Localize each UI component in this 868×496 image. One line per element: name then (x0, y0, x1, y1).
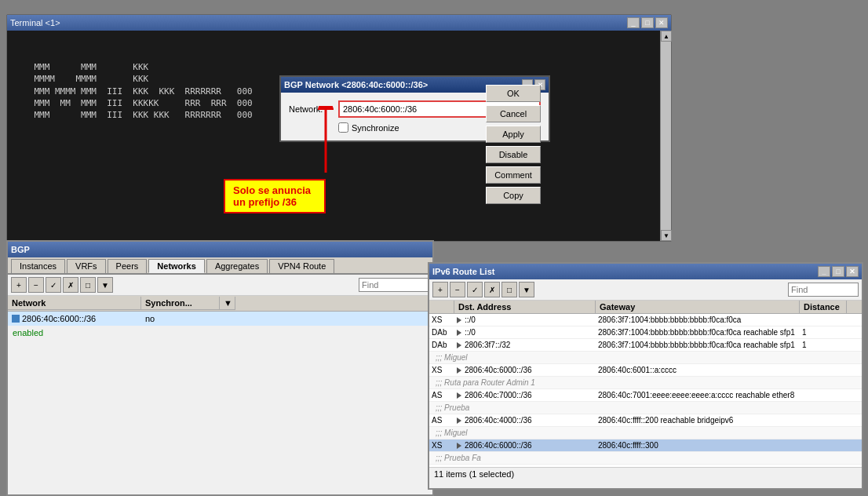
comment-button[interactable]: Comment (486, 166, 541, 184)
remove-btn[interactable]: − (28, 277, 44, 293)
tab-peers[interactable]: Peers (108, 259, 148, 273)
ipv6-controls: _ □ ✕ (818, 266, 859, 277)
ipv6-dst-cell: 2806:40c:5000::/36 (454, 465, 596, 467)
ipv6-dst-cell: 2806:3f7::/32 (454, 340, 596, 350)
terminal-scrollbar[interactable]: ▲ ▼ (660, 31, 671, 241)
ipv6-table-row[interactable]: XS::/02806:3f7:1004:bbbb:bbbb:bbbb:f0ca:… (429, 314, 862, 326)
bgp-row[interactable]: 2806:40c:6000::/36 no (8, 312, 432, 326)
tab-aggregates[interactable]: Aggregates (206, 259, 268, 273)
ipv6-dist-cell (800, 395, 847, 396)
bgp-toolbar: + − ✓ ✗ □ ▼ (8, 275, 432, 296)
disable-button[interactable]: Disable (486, 146, 541, 163)
expand-icon[interactable] (457, 392, 461, 399)
ipv6-comment-cell: ;;; Prueba (429, 403, 862, 413)
ipv6-remove-btn[interactable]: − (450, 282, 465, 297)
bgp-col-synchro: Synchron... (141, 297, 220, 310)
ipv6-table-row[interactable]: DAb2806:3f7::/322806:3f7:1004:bbbb:bbbb:… (429, 339, 862, 352)
ipv6-comment-cell: ;;; Miguel (429, 352, 862, 363)
ipv6-table-row[interactable]: XS2806:40c:6000::/362806:40c:ffff::300 (429, 439, 862, 452)
expand-icon[interactable] (457, 418, 461, 424)
cross-btn[interactable]: ✗ (63, 277, 78, 293)
ipv6-table-row[interactable]: ;;; Ruta para Router Admin 1 (429, 377, 862, 389)
tab-vpn4route[interactable]: VPN4 Route (269, 259, 334, 273)
ipv6-check-btn[interactable]: ✓ (467, 282, 483, 297)
ipv6-gw-cell: 2806:3f7:1004:bbbb:bbbb:bbbb:f0ca:f0ca (596, 315, 800, 325)
ipv6-dst-cell: ::/0 (454, 315, 596, 325)
ipv6-gw-cell: 2806:40c:ffff::300 (596, 440, 800, 450)
ipv6-maximize-btn[interactable]: □ (832, 266, 844, 277)
ipv6-dst-cell: 2806:40c:7000::/36 (454, 390, 596, 400)
tab-vrfs[interactable]: VRFs (67, 259, 106, 273)
ipv6-gw-cell: 2806:40c:ffff::500 reachable bridgeipv6 (596, 465, 800, 467)
ipv6-table-body: XS::/02806:3f7:1004:bbbb:bbbb:bbbb:f0ca:… (429, 314, 862, 467)
expand-icon[interactable] (457, 342, 461, 348)
bgp-cell-synchro: no (141, 312, 220, 325)
filter-btn[interactable]: ▼ (97, 277, 113, 293)
synchronize-checkbox[interactable] (338, 122, 348, 133)
network-label: Network: (289, 104, 332, 114)
ipv6-table-row[interactable]: ;;; Miguel (429, 352, 862, 364)
ipv6-hdr-dst: Dst. Address (454, 301, 596, 313)
ipv6-dst-cell: 2806:40c:6000::/36 (454, 365, 596, 375)
ipv6-cross-btn[interactable]: ✗ (484, 282, 500, 297)
bgp-dialog: BGP Network <2806:40c:6000::/36> _ ✕ Net… (279, 75, 550, 142)
ipv6-square-btn[interactable]: □ (501, 282, 517, 297)
terminal-title: Terminal <1> (10, 18, 60, 27)
ipv6-table-row[interactable]: AS2806:40c:7000::/362806:40c:7001:eeee:e… (429, 389, 862, 402)
ipv6-gw-cell: 2806:40c:6001::a:cccc (596, 365, 800, 375)
terminal-close-btn[interactable]: ✕ (655, 17, 668, 28)
ipv6-dst-cell: ::/0 (454, 327, 596, 337)
synchronize-label: Synchronize (352, 123, 399, 133)
ipv6-dst-cell: 2806:40c:6000::/36 (454, 440, 596, 450)
tab-instances[interactable]: Instances (11, 259, 65, 273)
check-btn[interactable]: ✓ (46, 277, 61, 293)
ipv6-flag-cell: AS (429, 465, 454, 467)
ipv6-status: 11 items (1 selected) (429, 467, 862, 480)
ipv6-close-btn[interactable]: ✕ (846, 266, 859, 277)
terminal-minimize-btn[interactable]: _ (627, 17, 640, 28)
terminal-scroll-down[interactable]: ▼ (661, 230, 672, 241)
bgp-table-body: 2806:40c:6000::/36 no (8, 312, 432, 326)
ipv6-gw-cell: 2806:40c:7001:eeee:eeee:eeee:a:cccc reac… (596, 390, 800, 400)
copy-button[interactable]: Copy (486, 187, 541, 204)
tab-networks[interactable]: Networks (148, 259, 205, 273)
ok-button[interactable]: OK (486, 85, 541, 102)
add-btn[interactable]: + (11, 277, 27, 293)
ipv6-table-row[interactable]: ;;; Miguel (429, 427, 862, 439)
ipv6-table-row[interactable]: AS2806:40c:4000::/362806:40c:ffff::200 r… (429, 414, 862, 427)
ipv6-table-row[interactable]: XS2806:40c:6000::/362806:40c:6001::a:ccc… (429, 364, 862, 377)
ipv6-minimize-btn[interactable]: _ (818, 266, 830, 277)
terminal-scroll-up[interactable]: ▲ (661, 31, 672, 42)
bgp-cell-network: 2806:40c:6000::/36 (8, 312, 141, 325)
ipv6-table-row[interactable]: ;;; Prueba (429, 402, 862, 414)
ipv6-table-row[interactable]: ;;; Prueba Fa (429, 452, 862, 465)
bgp-find-input[interactable] (359, 278, 429, 292)
expand-icon[interactable] (457, 443, 461, 449)
cancel-button[interactable]: Cancel (486, 105, 541, 122)
ipv6-comment-cell: ;;; Ruta para Router Admin 1 (429, 377, 862, 388)
ipv6-flag-cell: DAb (429, 340, 454, 350)
ipv6-flag-cell: XS (429, 315, 454, 325)
ipv6-table-row[interactable]: AS2806:40c:5000::/362806:40c:ffff::500 r… (429, 465, 862, 467)
ipv6-dist-cell (800, 370, 847, 371)
dialog-body: Network: Synchronize OK Cancel Apply Dis… (281, 93, 549, 140)
ipv6-toolbar: + − ✓ ✗ □ ▼ (429, 279, 862, 301)
apply-button[interactable]: Apply (486, 126, 541, 143)
ipv6-dist-cell: 1 (800, 327, 847, 337)
ipv6-flag-cell: XS (429, 440, 454, 450)
ipv6-table-row[interactable]: DAb::/02806:3f7:1004:bbbb:bbbb:bbbb:f0ca… (429, 326, 862, 339)
ipv6-dist-cell: 1 (800, 340, 847, 350)
expand-icon[interactable] (457, 367, 461, 374)
bgp-col-network: Network (8, 297, 141, 310)
expand-icon[interactable] (457, 317, 461, 323)
ipv6-flag-cell: AS (429, 390, 454, 400)
ipv6-add-btn[interactable]: + (432, 282, 448, 297)
ipv6-filter-btn[interactable]: ▼ (519, 282, 534, 297)
ipv6-find-input[interactable] (788, 283, 859, 297)
expand-icon[interactable] (457, 330, 461, 336)
terminal-controls: _ □ ✕ (627, 17, 668, 28)
square-btn[interactable]: □ (80, 277, 96, 293)
ipv6-flag-cell: AS (429, 415, 454, 425)
bgp-window: BGP Instances VRFs Peers Networks Aggreg… (6, 240, 434, 496)
terminal-maximize-btn[interactable]: □ (641, 17, 654, 28)
